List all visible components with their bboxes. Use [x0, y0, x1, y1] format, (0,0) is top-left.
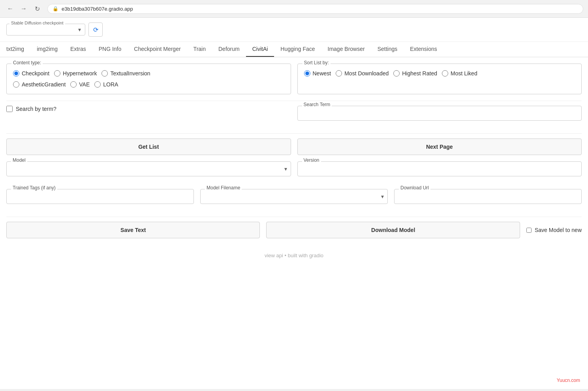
model-filename-section: Model Filename ▾ [200, 189, 388, 204]
top-toolbar: Stable Diffusion checkpoint ▾ ⟳ [0, 18, 588, 42]
radio-checkpoint-label: Checkpoint [22, 70, 49, 77]
action-row: Save Text Download Model Save Model to n… [6, 222, 582, 238]
radio-hypernetwork-label: Hypernetwork [63, 70, 97, 77]
search-term-label: Search Term [302, 102, 332, 107]
version-section: Version [297, 161, 582, 176]
get-list-button[interactable]: Get List [6, 138, 291, 155]
tab-hugging-face[interactable]: Hugging Face [274, 42, 321, 57]
tab-checkpoint-merger[interactable]: Checkpoint Merger [128, 42, 187, 57]
main-content: Content type: Checkpoint Hypernetwork [0, 57, 588, 245]
radio-vae-input[interactable] [70, 81, 77, 88]
radio-aestheticgradient[interactable]: AestheticGradient [13, 81, 66, 88]
next-page-button[interactable]: Next Page [297, 138, 582, 155]
tab-extras[interactable]: Extras [64, 42, 92, 57]
radio-highest-rated-input[interactable] [393, 70, 400, 77]
radio-most-downloaded-input[interactable] [336, 70, 342, 77]
nav-buttons: ← → ↻ [5, 3, 43, 14]
divider3 [6, 217, 582, 217]
content-type-section: Content type: Checkpoint Hypernetwork [6, 64, 291, 94]
radio-checkpoint-input[interactable] [13, 70, 19, 77]
watermark: Yuucn.com [557, 378, 580, 383]
radio-newest-input[interactable] [304, 70, 310, 77]
checkpoint-dropdown[interactable]: Stable Diffusion checkpoint ▾ [6, 24, 85, 36]
radio-newest-label: Newest [313, 70, 331, 77]
search-row: Search by term? Search Term [6, 106, 582, 127]
save-model-checkbox[interactable]: Save Model to new [526, 227, 582, 233]
sort-list-label: Sort List by: [302, 60, 331, 65]
refresh-button[interactable]: ⟳ [88, 22, 103, 37]
sort-list-group: Newest Most Downloaded Highest Rated Mos… [304, 70, 575, 77]
tab-settings[interactable]: Settings [371, 42, 404, 57]
save-model-checkbox-input[interactable] [526, 228, 532, 233]
radio-vae[interactable]: VAE [70, 81, 90, 88]
tab-extensions[interactable]: Extensions [404, 42, 443, 57]
model-label: Model [11, 157, 27, 163]
download-url-input[interactable] [394, 189, 582, 204]
reload-button[interactable]: ↻ [32, 3, 43, 14]
radio-aestheticgradient-label: AestheticGradient [22, 81, 66, 88]
radio-textualinversion-label: TextualInversion [110, 70, 150, 77]
radio-hypernetwork-input[interactable] [54, 70, 60, 77]
footer: view api • built with gradio [0, 245, 588, 266]
radio-checkpoint[interactable]: Checkpoint [13, 70, 49, 77]
trained-tags-section: Trained Tags (if any) [6, 189, 194, 204]
forward-button[interactable]: → [18, 3, 29, 14]
model-filename-label: Model Filename [205, 185, 242, 191]
checkpoint-wrapper: Stable Diffusion checkpoint ▾ [6, 24, 85, 36]
url-text: e3b19dba307b607e.gradio.app [62, 6, 133, 12]
tab-txt2img[interactable]: txt2img [0, 42, 30, 57]
divider1 [6, 101, 582, 101]
version-label: Version [302, 157, 321, 163]
trained-tags-label: Trained Tags (if any) [11, 185, 57, 191]
radio-most-downloaded-label: Most Downloaded [344, 70, 389, 77]
radio-most-liked-label: Most Liked [451, 70, 477, 77]
model-select-wrapper: ▾ [6, 161, 291, 176]
divider2 [6, 133, 582, 134]
radio-most-downloaded[interactable]: Most Downloaded [336, 70, 389, 77]
search-by-term-input[interactable] [6, 106, 13, 112]
download-model-button[interactable]: Download Model [266, 222, 520, 238]
tab-deforum[interactable]: Deforum [212, 42, 246, 57]
search-term-section: Search Term [297, 106, 582, 121]
chevron-down-icon: ▾ [78, 26, 81, 33]
content-type-row1: Checkpoint Hypernetwork TextualInversion [13, 70, 284, 77]
tab-png-info[interactable]: PNG Info [92, 42, 128, 57]
search-term-input[interactable] [297, 106, 582, 121]
radio-lora-label: LORA [103, 81, 118, 88]
tabs-container: txt2img img2img Extras PNG Info Checkpoi… [0, 42, 588, 57]
back-button[interactable]: ← [5, 3, 16, 14]
radio-most-liked[interactable]: Most Liked [442, 70, 477, 77]
model-filename-select[interactable] [200, 189, 388, 204]
address-bar[interactable]: 🔒 e3b19dba307b607e.gradio.app [47, 4, 583, 14]
tab-img2img[interactable]: img2img [30, 42, 64, 57]
radio-highest-rated-label: Highest Rated [402, 70, 437, 77]
radio-newest[interactable]: Newest [304, 70, 331, 77]
radio-highest-rated[interactable]: Highest Rated [393, 70, 437, 77]
search-by-term-checkbox[interactable]: Search by term? [6, 106, 291, 112]
save-text-button[interactable]: Save Text [6, 222, 260, 238]
main-buttons-row: Get List Next Page [6, 138, 582, 155]
model-version-row: Model ▾ Version [6, 161, 582, 183]
content-type-label: Content type: [11, 60, 43, 65]
app-container: Stable Diffusion checkpoint ▾ ⟳ txt2img … [0, 18, 588, 389]
sort-list-section: Sort List by: Newest Most Downloaded Hig… [297, 64, 582, 94]
tab-image-browser[interactable]: Image Browser [321, 42, 371, 57]
radio-lora[interactable]: LORA [94, 81, 118, 88]
radio-textualinversion[interactable]: TextualInversion [101, 70, 150, 77]
filter-row: Content type: Checkpoint Hypernetwork [6, 64, 582, 94]
radio-hypernetwork[interactable]: Hypernetwork [54, 70, 97, 77]
model-select[interactable] [6, 161, 291, 176]
radio-textualinversion-input[interactable] [101, 70, 108, 77]
details-row: Trained Tags (if any) Model Filename ▾ D… [6, 189, 582, 210]
model-section: Model ▾ [6, 161, 291, 176]
version-input[interactable] [297, 161, 582, 176]
tab-train[interactable]: Train [187, 42, 212, 57]
trained-tags-input[interactable] [6, 189, 194, 204]
radio-aestheticgradient-input[interactable] [13, 81, 19, 88]
radio-lora-input[interactable] [94, 81, 101, 88]
refresh-icon: ⟳ [93, 26, 98, 34]
download-url-label: Download Url [399, 185, 430, 191]
download-url-section: Download Url [394, 189, 582, 204]
tab-civitai[interactable]: CivitAi [246, 42, 274, 57]
radio-most-liked-input[interactable] [442, 70, 448, 77]
